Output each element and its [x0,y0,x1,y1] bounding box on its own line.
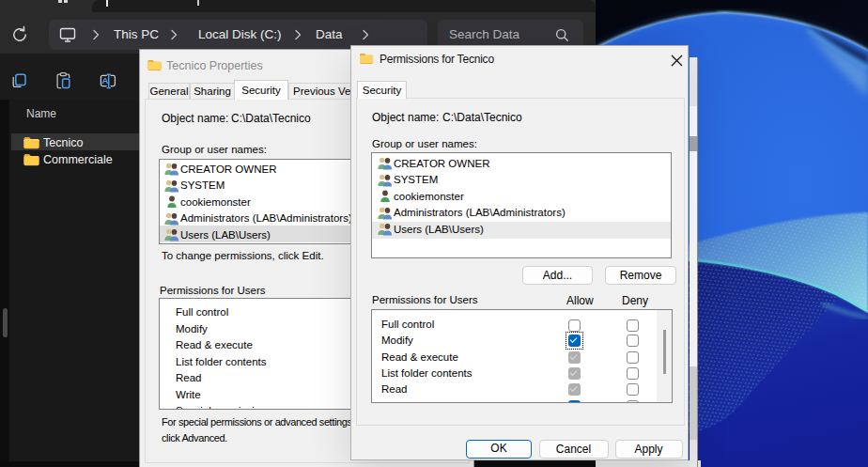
svg-text:A: A [102,75,109,86]
